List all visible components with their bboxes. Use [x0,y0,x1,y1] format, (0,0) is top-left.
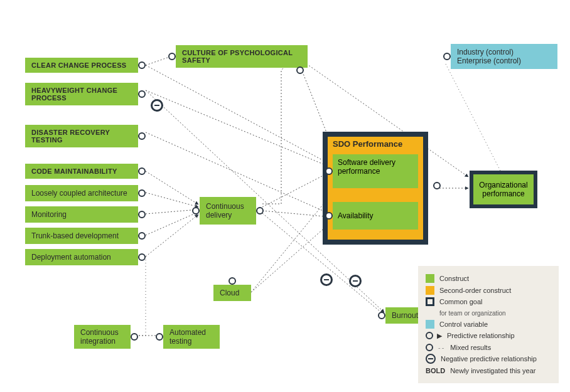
legend-label: Control variable [439,319,488,330]
legend-mixed-icon [426,344,433,351]
in-port [168,53,176,60]
in-port [325,212,333,220]
out-port [138,253,146,261]
node-label: Burnout [392,311,418,320]
node-loosely-coupled-architecture: Loosely coupled architecture [25,185,138,201]
node-label: CODE MAINTAINABILITY [31,167,117,175]
node-culture-psychological-safety: CULTURE OF PSYCHOLOGICAL SAFETY [176,45,308,68]
node-label: CULTURE OF PSYCHOLOGICAL SAFETY [182,49,301,64]
node-organizational-performance: Organizational performance [470,171,537,208]
node-label: HEAVYWEIGHT CHANGE PROCESS [31,87,132,102]
negative-icon [151,99,163,112]
node-code-maintainability: CODE MAINTAINABILITY [25,164,138,179]
node-trunk-based-development: Trunk-based development [25,228,138,244]
node-control-variables: Industry (control) Enterprise (control) [451,44,557,69]
in-port [131,333,138,341]
node-monitoring: Monitoring [25,206,138,223]
out-port [138,132,146,140]
legend-sublabel: for team or organization [439,309,551,318]
node-label: Availability [338,211,373,220]
node-label: Deployment automation [31,253,111,262]
legend-bold: BOLD [426,366,445,376]
node-heavyweight-change-process: HEAVYWEIGHT CHANGE PROCESS [25,83,138,105]
node-continuous-integration: Continuous integration [74,325,131,349]
node-label: Continuous delivery [206,202,250,220]
out-port [138,167,146,175]
legend-label: Construct [439,273,469,284]
node-label: Monitoring [31,210,67,219]
in-port [192,207,200,215]
node-automated-testing: Automated testing [163,325,220,349]
node-label: Trunk-based development [31,231,119,240]
legend-swatch-common-goal [426,297,434,306]
legend-label: Newly investigated this year [450,366,535,376]
in-port [325,167,333,175]
legend-swatch-construct [426,274,434,283]
legend-label: Predictive relationship [447,331,515,341]
legend-label: Mixed results [450,342,491,353]
node-deployment-automation: Deployment automation [25,249,138,265]
control-enterprise: Enterprise (control) [457,56,551,65]
negative-icon [320,273,333,286]
in-port [378,312,385,319]
out-port [138,90,146,98]
out-port [138,61,146,69]
node-label: DISASTER RECOVERY TESTING [31,129,132,144]
node-software-delivery-performance: Software delivery performance [333,154,418,188]
out-port [138,232,146,240]
node-label: CLEAR CHANGE PROCESS [31,61,126,69]
legend-label: Negative predictive relationship [441,354,537,364]
node-cloud: Cloud [213,285,251,301]
node-clear-change-process: CLEAR CHANGE PROCESS [25,58,138,73]
node-availability: Availability [333,202,418,230]
node-label: Loosely coupled architecture [31,189,127,198]
out-port [138,211,146,218]
node-disaster-recovery-testing: DISASTER RECOVERY TESTING [25,125,138,147]
out-port [443,53,451,60]
node-label: Automated testing [169,328,213,346]
node-label: Software delivery performance [338,158,395,176]
legend-swatch-second-order [426,286,434,295]
in-port-bottom [296,66,304,74]
legend-predictive-icon [426,332,433,339]
node-sdo-performance-title: SDO Performance [333,139,402,149]
legend-label: Common goal [439,297,482,307]
control-industry: Industry (control) [457,48,551,56]
legend: Construct Second-order construct Common … [418,266,559,383]
sdo-out-port [433,182,441,189]
node-label: Cloud [220,289,239,297]
out-port [229,277,236,285]
node-label: Continuous integration [80,328,124,346]
negative-icon [349,275,362,287]
legend-swatch-control [426,320,434,329]
node-continuous-delivery: Continuous delivery [200,197,256,225]
out-port [256,207,264,215]
out-port [156,333,163,341]
out-port [138,189,146,197]
legend-negative-icon [426,354,436,364]
node-label: Organizational performance [476,181,531,198]
legend-label: Second-order construct [439,285,511,296]
